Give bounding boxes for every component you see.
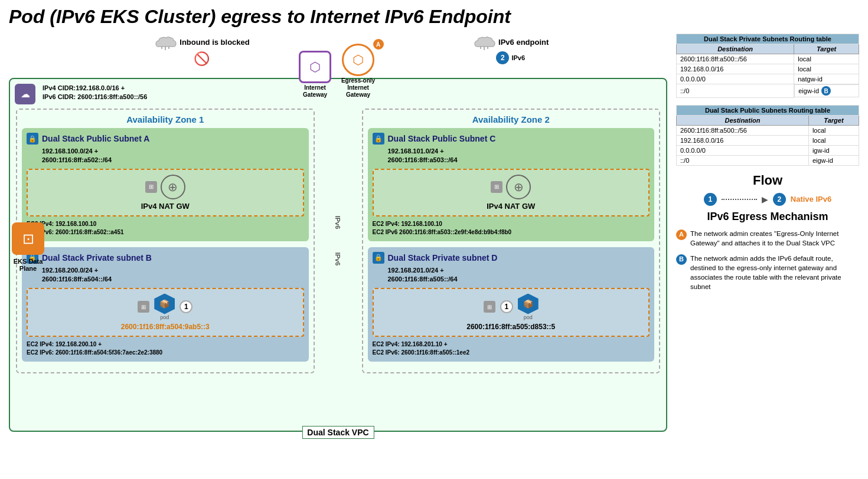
- public-routing-table: Dual Stack Public Subnets Routing table …: [676, 105, 859, 166]
- cloud-icon-right: [472, 34, 496, 50]
- vpc-box: IPv4 CIDR:192.168.0.0/16 + IPv6 CIDR: 26…: [9, 78, 667, 432]
- az1-pod-icon: 📦: [154, 294, 175, 314]
- az1-private-ec2-info: EC2 IPv4: 192.168.200.10 + EC2 IPv6: 260…: [27, 340, 304, 357]
- az1-pod-corner: ⊞: [138, 301, 149, 313]
- flow-title: Flow: [676, 173, 859, 188]
- az2-public-subnet: 🔒 Dual Stack Public Subnet C 192.168.101…: [368, 128, 655, 241]
- eigw-label: Egress-only Internet Gateway: [338, 77, 379, 99]
- cloud-icon-left: [154, 34, 177, 50]
- az1-pod-ipv6: 2600:1f16:8ff:a504:9ab5::3: [121, 323, 210, 331]
- mechanism-item-a: A The network admin creates "Egress-Only…: [676, 229, 859, 248]
- az2-title: Availability Zone 2: [368, 114, 655, 124]
- badge-b-rt: B: [821, 86, 831, 96]
- az1-nat-box: ⊞ ⊕ IPv4 NAT GW: [27, 169, 304, 216]
- ipv6-endpoint-label: IPv6 endpoint: [498, 38, 549, 47]
- az2-pod-icon: 📦: [518, 294, 539, 314]
- flow-badge-1: 1: [704, 193, 717, 206]
- ipv6-mid-bottom: IPv6: [334, 252, 341, 266]
- az2-public-subnet-name: Dual Stack Public Subnet C: [388, 134, 496, 143]
- igw-icon: ⬡: [299, 51, 331, 83]
- no-entry-icon: 🚫: [194, 51, 210, 67]
- gateway-area: ⬡ Internet Gateway A ⬡ Egress-only Inter…: [298, 44, 379, 99]
- flow-type-label: Native IPv6: [791, 195, 831, 204]
- az1-title: Availability Zone 1: [22, 114, 309, 124]
- az1-pod-sublabel: pod: [160, 314, 169, 320]
- inbound-blocked-label: Inbound is blocked: [180, 38, 249, 47]
- private-rt-row-3: 0.0.0.0/0 natgw-id: [677, 74, 859, 84]
- az1-public-subnet-cidr4: 192.168.100.0/24 + 2600:1f16:8ff:a502::/…: [42, 147, 304, 165]
- right-panel: Dual Stack Private Subnets Routing table…: [676, 34, 859, 432]
- mechanism-item-b: B The network admin adds the IPv6 defaul…: [676, 254, 859, 291]
- az1-pod-badge1: 1: [180, 300, 192, 313]
- mechanism-title: IPv6 Egress Mechanism: [676, 211, 859, 223]
- eks-label: EKS Data Plane: [6, 258, 50, 272]
- mechanism-text-a: The network admin creates "Egress-Only I…: [690, 229, 859, 248]
- vpc-label: Dual Stack VPC: [302, 426, 374, 439]
- az2-nat-icon: ⊕: [506, 175, 531, 199]
- vpc-icon: ☁: [15, 84, 35, 104]
- az2-zone: Availability Zone 2 🔒 Dual Stack Public …: [362, 109, 661, 373]
- az2-nat-corner: ⊞: [491, 181, 502, 193]
- az2-private-subnet-cidr: 192.168.201.0/24 + 2600:1f16:8ff:a505::/…: [388, 266, 650, 284]
- az2-public-lock-icon: 🔒: [373, 133, 384, 145]
- az1-private-subnet: 🔒 Dual Stack Private subnet B 192.168.20…: [22, 247, 309, 362]
- flow-badge-2: 2: [773, 193, 786, 206]
- az2-private-subnet-name: Dual Stack Private subnet D: [388, 253, 498, 263]
- az2-nat-box: ⊞ ⊕ IPv4 NAT GW: [373, 169, 650, 216]
- az2-public-subnet-cidr: 192.168.101.0/24 + 2600:1f16:8ff:a503::/…: [388, 147, 650, 165]
- mechanism-badge-a: A: [676, 229, 687, 240]
- az1-nat-icon: ⊕: [161, 175, 185, 199]
- flow-section: Flow 1 ▶ 2 Native IPv6: [676, 173, 859, 206]
- page-title: Pod (IPv6 EKS Cluster) egress to Interne…: [9, 6, 859, 28]
- az2-pod-badge1: 1: [500, 300, 513, 313]
- public-rt-row-2: 192.168.0.0/16 local: [677, 135, 859, 145]
- ipv6-label-top: IPv6: [511, 54, 525, 61]
- az1-nat-label: IPv4 NAT GW: [141, 202, 190, 211]
- ipv6-endpoint-area: IPv6 endpoint 2 IPv6: [472, 34, 549, 64]
- az1-public-ec2-info: EC2 IPv4: 192.168.100.10 EC2 IPv6: 2600:…: [27, 220, 304, 237]
- mechanism-text-b: The network admin adds the IPv6 default …: [690, 254, 859, 291]
- eks-icon: ⊡: [12, 222, 44, 255]
- az2-nat-label: IPv4 NAT GW: [487, 202, 535, 211]
- az2-pod-ipv6: 2600:1f16:8ff:a505:d853::5: [466, 323, 555, 331]
- az1-public-subnet-name: Dual Stack Public Subnet A: [42, 134, 149, 143]
- az2-private-ec2-info: EC2 IPv4: 192.168.201.10 + EC2 IPv6: 260…: [373, 340, 650, 357]
- az1-public-lock-icon: 🔒: [27, 133, 38, 145]
- az1-pod-box: ⊞ 📦 pod 1 2600:1f16:8ff:a504:9ab5::3: [27, 288, 304, 337]
- badge-2-top: 2: [496, 51, 509, 64]
- az2-public-ec2-info: EC2 IPv4: 192.168.100.10 EC2 IPv6 2600:1…: [373, 220, 650, 237]
- vpc-cidr-info: IPv4 CIDR:192.168.0.0/16 + IPv6 CIDR: 26…: [43, 84, 147, 102]
- flow-arrow: ▶: [762, 195, 768, 204]
- az1-private-subnet-name: Dual Stack Private subnet B: [42, 253, 152, 263]
- inbound-blocked-area: Inbound is blocked 🚫: [154, 34, 249, 67]
- az2-pod-sublabel: pod: [524, 314, 533, 320]
- private-rt-row-4: ::/0 eigw-id B: [677, 84, 859, 98]
- az2-private-lock-icon: 🔒: [373, 252, 384, 264]
- private-routing-table: Dual Stack Private Subnets Routing table…: [676, 34, 859, 98]
- public-rt-row-1: 2600:1f16:8ff:a500::/56 local: [677, 125, 859, 135]
- private-rt-row-1: 2600:1f16:8ff:a500::/56 local: [677, 54, 859, 64]
- az1-public-subnet: 🔒 Dual Stack Public Subnet A 192.168.100…: [22, 128, 309, 241]
- az1-zone: Availability Zone 1 🔒 Dual Stack Public …: [16, 109, 315, 373]
- az1-nat-corner: ⊞: [145, 181, 157, 193]
- az2-pod-box: ⊞ 1 📦 pod 2600:1f16:8ff:a505:d853::5: [373, 288, 650, 337]
- az2-private-subnet: 🔒 Dual Stack Private subnet D 192.168.20…: [368, 247, 655, 362]
- az2-pod-corner: ⊞: [484, 301, 495, 313]
- flow-row: 1 ▶ 2 Native IPv6: [676, 193, 859, 206]
- flow-dots-line: [722, 199, 757, 200]
- eigw-icon: ⬡: [342, 44, 374, 76]
- eigw-badge-a: A: [373, 39, 384, 50]
- mechanism-section: IPv6 Egress Mechanism A The network admi…: [676, 211, 859, 292]
- igw-label: Internet Gateway: [298, 84, 333, 99]
- public-rt-row-4: ::/0 eigw-id: [677, 155, 859, 165]
- ipv6-mid-top: IPv6: [334, 216, 341, 229]
- az1-private-subnet-cidr: 192.168.200.0/24 + 2600:1f16:8ff:a504::/…: [42, 266, 304, 284]
- mechanism-badge-b: B: [676, 254, 687, 265]
- private-rt-row-2: 192.168.0.0/16 local: [677, 64, 859, 74]
- public-rt-row-3: 0.0.0.0/0 igw-id: [677, 145, 859, 155]
